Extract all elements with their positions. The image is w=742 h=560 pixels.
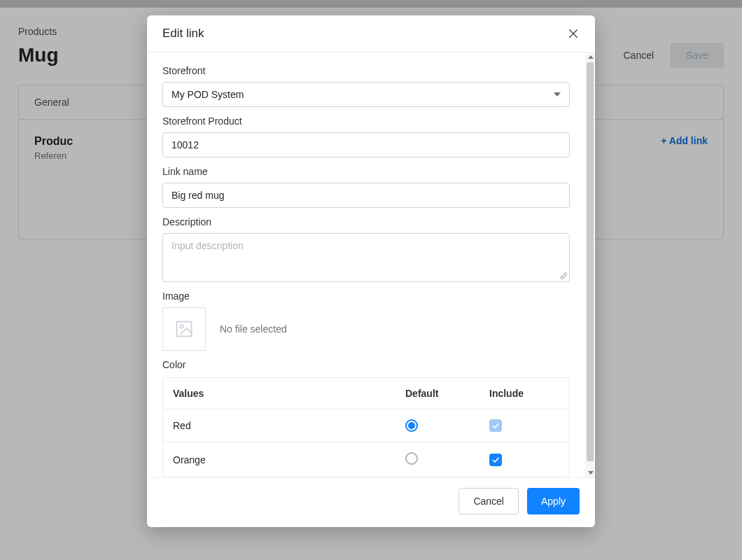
color-value: Orange (173, 454, 405, 465)
col-header-values: Values (173, 388, 405, 399)
modal-scrollbar[interactable] (585, 52, 595, 477)
default-radio[interactable] (405, 419, 418, 432)
color-grid: Values Default Include Red (162, 377, 570, 477)
edit-link-modal: Edit link Storefront My POD System Store… (147, 15, 595, 527)
scrollbar-thumb[interactable] (587, 62, 594, 461)
modal-cancel-button[interactable]: Cancel (458, 488, 519, 514)
chevron-down-icon (554, 92, 561, 97)
storefront-product-value: 10012 (172, 139, 199, 150)
svg-rect-2 (177, 322, 192, 337)
close-icon[interactable] (567, 27, 580, 40)
include-checkbox (489, 419, 502, 432)
image-label: Image (162, 290, 570, 302)
storefront-label: Storefront (162, 65, 570, 76)
storefront-product-input[interactable]: 10012 (162, 132, 570, 158)
link-name-input[interactable]: Big red mug (162, 183, 570, 208)
image-picker[interactable] (162, 307, 206, 351)
modal-title: Edit link (162, 27, 204, 41)
storefront-product-label: Storefront Product (162, 115, 570, 127)
description-placeholder: Input description (172, 240, 244, 251)
color-row-red: Red (163, 409, 569, 442)
description-textarea[interactable]: Input description (162, 233, 570, 282)
svg-point-3 (180, 325, 183, 328)
image-helper-text: No file selected (220, 323, 287, 335)
include-checkbox[interactable] (489, 454, 502, 466)
col-header-include: Include (489, 388, 559, 399)
description-label: Description (162, 216, 570, 227)
link-name-label: Link name (162, 166, 570, 177)
modal-apply-button[interactable]: Apply (527, 488, 580, 514)
link-name-value: Big red mug (172, 190, 224, 201)
color-row-orange: Orange (163, 442, 569, 477)
resize-handle-icon[interactable] (560, 272, 567, 279)
color-label: Color (162, 359, 570, 370)
default-radio[interactable] (405, 452, 418, 465)
col-header-default: Default (405, 388, 489, 399)
storefront-select[interactable]: My POD System (162, 82, 570, 107)
color-value: Red (173, 420, 405, 431)
storefront-value: My POD System (172, 89, 244, 100)
